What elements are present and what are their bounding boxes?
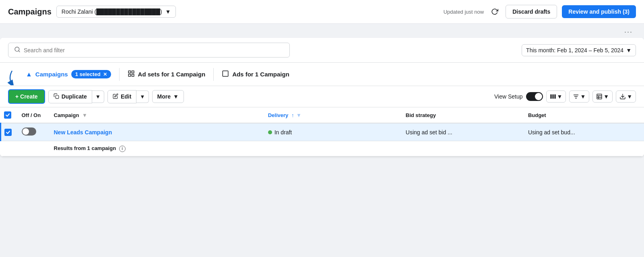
header-budget: Budget bbox=[522, 107, 644, 123]
refresh-button[interactable] bbox=[489, 6, 501, 18]
view-setup-label: View Setup bbox=[494, 93, 523, 100]
search-icon bbox=[14, 46, 21, 54]
row-campaign-name-cell: New Leads Campaign bbox=[47, 123, 262, 141]
chevron-down-icon: ▼ bbox=[626, 47, 632, 53]
duplicate-button[interactable]: Duplicate bbox=[48, 90, 92, 103]
svg-rect-8 bbox=[56, 95, 59, 99]
info-icon[interactable]: i bbox=[119, 146, 126, 152]
bid-strategy-label: Bid strategy bbox=[406, 112, 436, 118]
tab-ads-label: Ads for 1 Campaign bbox=[232, 71, 289, 78]
discard-drafts-button[interactable]: Discard drafts bbox=[506, 5, 557, 19]
header-left: Campaigns Rochi Zalani (████████████████… bbox=[8, 6, 176, 18]
delivery-status: In draft bbox=[268, 129, 393, 136]
search-row: This month: Feb 1, 2024 – Feb 5, 2024 ▼ bbox=[0, 38, 644, 63]
svg-rect-10 bbox=[552, 95, 553, 99]
delivery-sort-down-icon: ▼ bbox=[296, 112, 301, 118]
row-toggle-cell bbox=[15, 123, 47, 141]
delivery-status-text: In draft bbox=[275, 129, 292, 136]
more-group: More ▼ bbox=[152, 90, 184, 103]
header-right: Updated just now Discard drafts Review a… bbox=[444, 5, 636, 19]
edit-icon bbox=[113, 93, 118, 100]
budget-label: Budget bbox=[528, 112, 546, 118]
header-campaign[interactable]: Campaign ▼ bbox=[47, 107, 262, 123]
edit-label: Edit bbox=[121, 93, 131, 100]
tab-adsets[interactable]: Ad sets for 1 Campaign bbox=[121, 67, 212, 82]
updated-text: Updated just now bbox=[444, 9, 484, 15]
reports-chevron-icon: ▼ bbox=[603, 93, 609, 100]
delivery-sort-up-icon: ↑ bbox=[291, 112, 294, 118]
row-checkbox[interactable] bbox=[4, 129, 12, 136]
tabs-section: ▲ Campaigns 1 selected ✕ Ad bbox=[0, 63, 644, 86]
svg-rect-15 bbox=[597, 94, 602, 99]
deselect-button[interactable]: ✕ bbox=[103, 72, 107, 77]
more-label: More bbox=[157, 93, 171, 100]
tab-campaigns[interactable]: ▲ Campaigns 1 selected ✕ bbox=[8, 67, 118, 82]
svg-rect-6 bbox=[128, 74, 130, 76]
row-checkbox-cell bbox=[1, 123, 15, 141]
campaign-link[interactable]: New Leads Campaign bbox=[54, 129, 112, 136]
tab-adsets-label: Ad sets for 1 Campaign bbox=[138, 71, 206, 78]
offon-label: Off / On bbox=[22, 112, 41, 118]
row-bid-cell: Using ad set bid ... bbox=[399, 123, 522, 141]
campaigns-table: Off / On Campaign ▼ Delivery ↑ ▼ Bid s bbox=[0, 107, 644, 156]
duplicate-dropdown-button[interactable]: ▼ bbox=[92, 90, 104, 103]
svg-rect-9 bbox=[550, 95, 551, 99]
duplicate-icon bbox=[54, 93, 59, 100]
campaign-sort-icon: ▼ bbox=[82, 112, 87, 118]
tab-divider-2 bbox=[213, 68, 214, 81]
export-button[interactable]: ▼ bbox=[616, 90, 636, 103]
more-button[interactable]: More ▼ bbox=[152, 90, 184, 103]
reports-button[interactable]: ▼ bbox=[592, 90, 613, 103]
svg-rect-11 bbox=[554, 95, 555, 99]
tab-campaigns-label: Campaigns bbox=[35, 71, 68, 78]
view-setup-toggle[interactable] bbox=[526, 92, 543, 101]
row-budget-cell: Using ad set bud... bbox=[522, 123, 644, 141]
svg-rect-5 bbox=[132, 74, 134, 76]
account-selector[interactable]: Rochi Zalani (████████████████) ▼ bbox=[56, 6, 176, 18]
filter-chevron-icon: ▼ bbox=[580, 93, 586, 100]
filter-view-button[interactable]: ▼ bbox=[569, 90, 589, 103]
edit-dropdown-button[interactable]: ▼ bbox=[136, 90, 149, 103]
search-input[interactable] bbox=[24, 47, 284, 53]
date-filter[interactable]: This month: Feb 1, 2024 – Feb 5, 2024 ▼ bbox=[522, 44, 636, 56]
header-bid-strategy: Bid strategy bbox=[399, 107, 522, 123]
more-options-button[interactable]: ··· bbox=[621, 26, 636, 38]
bid-strategy-value: Using ad set bid ... bbox=[406, 129, 452, 136]
delivery-label: Delivery bbox=[268, 112, 289, 118]
row-delivery-cell: In draft bbox=[262, 123, 399, 141]
export-chevron-icon: ▼ bbox=[627, 93, 632, 100]
svg-rect-7 bbox=[223, 71, 228, 76]
chevron-down-icon: ▼ bbox=[165, 8, 171, 15]
review-publish-button[interactable]: Review and publish (3) bbox=[562, 5, 636, 18]
selected-count: 1 selected bbox=[75, 71, 101, 77]
header-checkbox-cell bbox=[1, 107, 15, 123]
top-header: Campaigns Rochi Zalani (████████████████… bbox=[0, 0, 644, 24]
select-all-checkbox[interactable] bbox=[4, 111, 11, 119]
duplicate-group: Duplicate ▼ bbox=[48, 90, 104, 103]
campaign-label: Campaign bbox=[54, 112, 79, 118]
header-offon: Off / On bbox=[15, 107, 47, 123]
columns-chevron-icon: ▼ bbox=[557, 93, 563, 100]
selected-badge: 1 selected ✕ bbox=[71, 70, 111, 78]
results-summary-row: Results from 1 campaign i bbox=[1, 141, 644, 156]
table-header-row: Off / On Campaign ▼ Delivery ↑ ▼ Bid s bbox=[1, 107, 644, 123]
blue-arrow-indicator bbox=[6, 70, 18, 86]
main-card: This month: Feb 1, 2024 – Feb 5, 2024 ▼ bbox=[0, 38, 644, 156]
header-delivery[interactable]: Delivery ↑ ▼ bbox=[262, 107, 399, 123]
search-bar[interactable] bbox=[8, 43, 290, 58]
duplicate-label: Duplicate bbox=[62, 93, 87, 100]
page-title: Campaigns bbox=[8, 7, 52, 16]
results-summary-cell: Results from 1 campaign i bbox=[47, 141, 644, 156]
create-button[interactable]: + Create bbox=[8, 89, 45, 104]
tabs-row: ▲ Campaigns 1 selected ✕ Ad bbox=[0, 63, 644, 86]
campaign-toggle[interactable] bbox=[22, 127, 36, 136]
toolbar-row: + Create Duplicate ▼ bbox=[0, 86, 644, 107]
tab-ads[interactable]: Ads for 1 Campaign bbox=[215, 67, 296, 82]
svg-line-1 bbox=[19, 51, 20, 52]
more-chevron-icon: ▼ bbox=[173, 93, 179, 100]
edit-button[interactable]: Edit bbox=[107, 90, 136, 103]
date-range-text: This month: Feb 1, 2024 – Feb 5, 2024 bbox=[526, 47, 623, 53]
svg-rect-3 bbox=[128, 71, 130, 73]
results-empty-checkbox bbox=[1, 141, 15, 156]
columns-view-button[interactable]: ▼ bbox=[546, 90, 566, 103]
